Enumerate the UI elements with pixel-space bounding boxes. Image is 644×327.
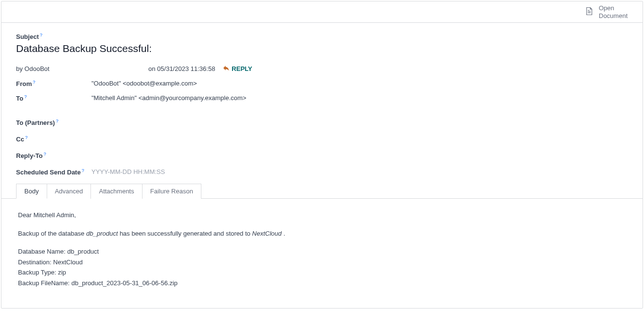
body-db-name: db_product — [86, 230, 118, 237]
open-document-button[interactable]: Open Document — [584, 4, 633, 19]
meta-row: by OdooBot on 05/31/2023 11:36:58 REPLY — [16, 65, 628, 73]
cc-value[interactable] — [91, 135, 628, 144]
statusbar: Open Document — [1, 1, 643, 23]
body-summary: Backup of the database db_product has be… — [18, 229, 626, 239]
body-greeting: Dear Mitchell Admin, — [18, 210, 626, 220]
scheduled-send-label: Scheduled Send Date — [16, 169, 81, 176]
tab-failure-reason[interactable]: Failure Reason — [142, 184, 201, 199]
help-icon[interactable]: ? — [56, 119, 58, 123]
subject-label: Subject — [16, 34, 39, 41]
reply-to-label: Reply-To — [16, 153, 43, 160]
help-icon[interactable]: ? — [44, 152, 46, 156]
on-prefix: on — [148, 65, 157, 72]
to-label: To — [16, 95, 23, 102]
body-text: Backup of the database — [18, 230, 86, 237]
help-icon[interactable]: ? — [24, 94, 27, 99]
scheduled-send-cell — [91, 168, 628, 177]
scheduled-label-cell: Scheduled Send Date? — [16, 168, 91, 177]
extra-fields-grid: To (Partners)? Cc? Reply-To? Scheduled S… — [16, 119, 628, 177]
help-icon[interactable]: ? — [25, 135, 28, 140]
help-icon[interactable]: ? — [33, 80, 36, 85]
reply-to-value[interactable] — [91, 152, 628, 160]
reply-to-label-cell: Reply-To? — [16, 152, 91, 160]
open-document-label: Open Document — [599, 4, 633, 19]
tab-attachments[interactable]: Attachments — [90, 184, 142, 199]
date-value: 05/31/2023 11:36:58 — [157, 65, 215, 72]
author-value: OdooBot — [24, 65, 49, 72]
to-value[interactable]: "Mitchell Admin" <admin@yourcompany.exam… — [91, 94, 628, 102]
email-form-window: Open Document Subject? Database Backup S… — [1, 1, 643, 309]
body-backup-type: Backup Type: zip — [18, 268, 626, 277]
from-label-cell: From? — [16, 80, 91, 87]
subject-field: Subject? — [16, 33, 628, 40]
cc-label: Cc — [16, 136, 24, 143]
body-database-name: Database Name: db_product — [18, 247, 626, 257]
body-destination: Destination: NextCloud — [18, 258, 626, 267]
subject-value[interactable]: Database Backup Successful: db_p — [16, 43, 152, 54]
from-value[interactable]: "OdooBot" <odoobot@example.com> — [91, 80, 628, 87]
body-panel: Dear Mitchell Admin, Backup of the datab… — [1, 198, 643, 308]
cc-label-cell: Cc? — [16, 135, 91, 144]
body-backup-filename: Backup FileName: db_product_2023-05-31_0… — [18, 278, 626, 288]
tabs: Body Advanced Attachments Failure Reason — [16, 184, 628, 199]
scheduled-send-input[interactable] — [91, 168, 189, 175]
to-partners-label: To (Partners) — [16, 120, 55, 127]
body-destination-name: NextCloud — [252, 230, 282, 237]
to-partners-label-cell: To (Partners)? — [16, 119, 91, 127]
reply-button[interactable]: REPLY — [223, 65, 252, 73]
to-partners-value[interactable] — [91, 119, 628, 127]
tab-advanced[interactable]: Advanced — [47, 184, 91, 199]
address-grid: From? "OdooBot" <odoobot@example.com> To… — [16, 80, 628, 103]
document-icon — [584, 5, 594, 19]
reply-icon — [223, 65, 230, 73]
from-label: From — [16, 80, 32, 87]
author-field: by OdooBot — [16, 65, 143, 72]
help-icon[interactable]: ? — [82, 168, 84, 173]
reply-label: REPLY — [232, 65, 252, 72]
body-text: . — [282, 230, 285, 237]
body-text: has been successfully generated and stor… — [118, 230, 252, 237]
date-field: on 05/31/2023 11:36:58 — [148, 65, 215, 72]
form-content: Subject? Database Backup Successful: db_… — [1, 23, 643, 308]
help-icon[interactable]: ? — [40, 33, 42, 37]
tab-body[interactable]: Body — [16, 184, 47, 199]
by-prefix: by — [16, 65, 24, 72]
to-label-cell: To? — [16, 94, 91, 102]
